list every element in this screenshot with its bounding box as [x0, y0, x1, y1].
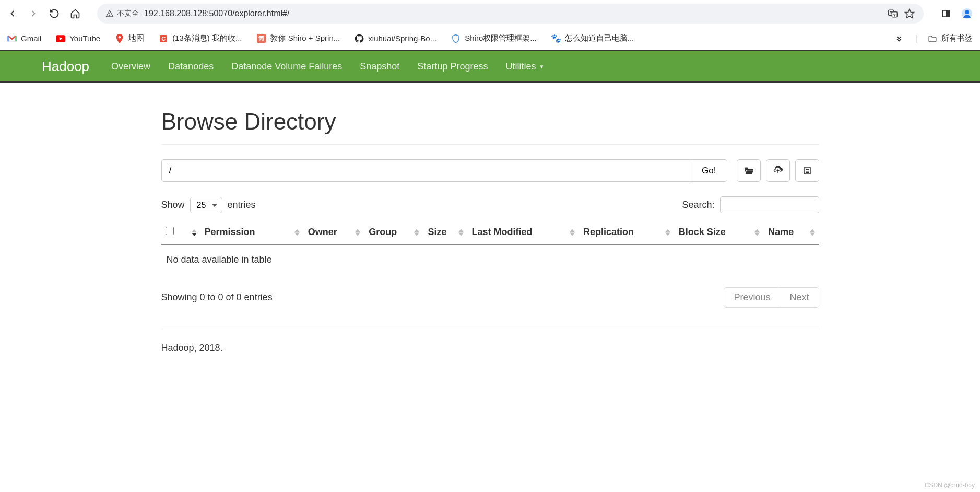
home-button[interactable]	[70, 8, 80, 19]
next-button[interactable]: Next	[780, 288, 818, 307]
nav-controls	[7, 8, 80, 19]
bookmarks-right: | 所有书签	[893, 33, 973, 44]
nav-datanodes[interactable]: Datanodes	[168, 61, 214, 72]
svg-point-11	[119, 36, 121, 39]
search-input[interactable]	[720, 196, 819, 213]
youtube-icon	[56, 34, 65, 43]
empty-row: No data available in table	[161, 244, 819, 275]
footer-text: Hadoop, 2018.	[161, 343, 819, 354]
col-permission[interactable]: Permission	[187, 220, 304, 244]
chevron-down-icon: ▼	[539, 64, 544, 69]
bookmark-label: 教你 Shiro + Sprin...	[270, 33, 340, 43]
bookmark-youtube[interactable]: YouTube	[56, 34, 100, 43]
maps-icon	[115, 34, 124, 43]
csdn-icon: C	[159, 34, 168, 43]
github-icon	[355, 34, 364, 43]
bookmark-label: Gmail	[21, 34, 41, 43]
hadoop-brand[interactable]: Hadoop	[42, 58, 89, 75]
bookmark-label: 怎么知道自己电脑...	[565, 33, 634, 43]
list-button[interactable]	[795, 159, 819, 182]
nav-snapshot[interactable]: Snapshot	[360, 61, 399, 72]
bookmark-gmail[interactable]: Gmail	[7, 34, 41, 43]
bookmarks-bar: Gmail YouTube 地图 C (13条消息) 我的收... 简 教你 S…	[0, 27, 980, 50]
table-controls: Show 25 entries Search:	[161, 196, 819, 213]
search-box: Search:	[682, 196, 819, 213]
entries-select[interactable]: 25	[190, 197, 222, 213]
nav-utilities-label: Utilities	[505, 61, 536, 72]
col-name[interactable]: Name	[764, 220, 819, 244]
bookmark-label: Shiro权限管理框架...	[465, 33, 537, 43]
path-input-group: Go!	[161, 159, 727, 182]
empty-message: No data available in table	[161, 244, 819, 275]
showing-text: Showing 0 to 0 of 0 entries	[161, 292, 273, 303]
open-folder-button[interactable]	[737, 159, 761, 182]
profile-icon[interactable]	[961, 8, 973, 19]
gmail-icon	[7, 34, 17, 43]
entries-label: entries	[228, 200, 256, 210]
bookmark-github[interactable]: xiuhuai/Spring-Bo...	[355, 34, 436, 43]
bookmark-shiro[interactable]: Shiro权限管理框架...	[451, 33, 537, 43]
star-icon[interactable]	[904, 8, 915, 19]
nav-overview[interactable]: Overview	[111, 61, 150, 72]
bookmark-label: xiuhuai/Spring-Bo...	[368, 34, 436, 43]
forward-button[interactable]	[28, 8, 39, 19]
action-buttons	[737, 159, 819, 182]
path-input[interactable]	[162, 160, 691, 181]
translate-icon[interactable]	[887, 8, 899, 19]
file-table: Permission Owner Group Size Last Modifie…	[161, 220, 819, 275]
go-button[interactable]: Go!	[691, 160, 726, 181]
show-entries: Show 25 entries	[161, 197, 256, 213]
col-replication[interactable]: Replication	[579, 220, 675, 244]
col-group[interactable]: Group	[364, 220, 423, 244]
nav-datanode-failures[interactable]: Datanode Volume Failures	[231, 61, 342, 72]
select-all-checkbox[interactable]	[166, 227, 174, 235]
jianshu-icon: 简	[256, 34, 266, 43]
path-row: Go!	[161, 159, 819, 182]
panel-icon[interactable]	[940, 8, 952, 19]
hadoop-navbar: Hadoop Overview Datanodes Datanode Volum…	[0, 50, 980, 83]
previous-button[interactable]: Previous	[724, 288, 780, 307]
reload-button[interactable]	[49, 8, 60, 19]
all-bookmarks-label: 所有书签	[941, 33, 973, 43]
col-block-size[interactable]: Block Size	[675, 220, 764, 244]
back-button[interactable]	[7, 8, 18, 19]
address-bar[interactable]: 不安全 192.168.208.128:50070/explorer.html#…	[97, 4, 924, 24]
svg-rect-7	[947, 10, 950, 17]
browser-right-icons	[940, 8, 973, 19]
bookmark-label: YouTube	[69, 34, 100, 43]
col-last-modified[interactable]: Last Modified	[468, 220, 579, 244]
bookmark-csdn[interactable]: C (13条消息) 我的收...	[159, 33, 242, 43]
browser-toolbar: 不安全 192.168.208.128:50070/explorer.html#…	[0, 0, 980, 27]
shiro-icon	[451, 34, 461, 43]
col-size[interactable]: Size	[423, 220, 467, 244]
insecure-label: 不安全	[117, 9, 139, 18]
bookmark-jianshu[interactable]: 简 教你 Shiro + Sprin...	[256, 33, 340, 43]
all-bookmarks-button[interactable]: 所有书签	[928, 33, 973, 43]
pagination: Previous Next	[724, 287, 819, 308]
nav-utilities[interactable]: Utilities ▼	[505, 61, 544, 72]
bookmark-maps[interactable]: 地图	[115, 33, 144, 43]
url-text: 192.168.208.128:50070/explorer.html#/	[144, 9, 882, 18]
col-owner[interactable]: Owner	[304, 220, 364, 244]
svg-marker-4	[905, 9, 914, 18]
insecure-indicator[interactable]: 不安全	[105, 9, 139, 18]
bookmark-label: 地图	[128, 33, 144, 43]
bookmark-label: (13条消息) 我的收...	[172, 33, 242, 43]
nav-startup-progress[interactable]: Startup Progress	[417, 61, 488, 72]
upload-button[interactable]	[766, 159, 790, 182]
show-label: Show	[161, 200, 185, 210]
table-footer: Showing 0 to 0 of 0 entries Previous Nex…	[161, 287, 819, 329]
table-header-row: Permission Owner Group Size Last Modifie…	[161, 220, 819, 244]
col-checkbox	[161, 220, 187, 244]
main-content: Browse Directory Go! Show 25	[120, 109, 861, 354]
bookmark-baidu[interactable]: 🐾 怎么知道自己电脑...	[551, 33, 634, 43]
baidu-icon: 🐾	[551, 34, 561, 43]
search-label: Search:	[682, 200, 714, 210]
svg-point-9	[965, 10, 969, 14]
svg-point-1	[109, 15, 110, 15]
page-title: Browse Directory	[161, 109, 819, 145]
bookmarks-overflow[interactable]	[893, 33, 905, 44]
